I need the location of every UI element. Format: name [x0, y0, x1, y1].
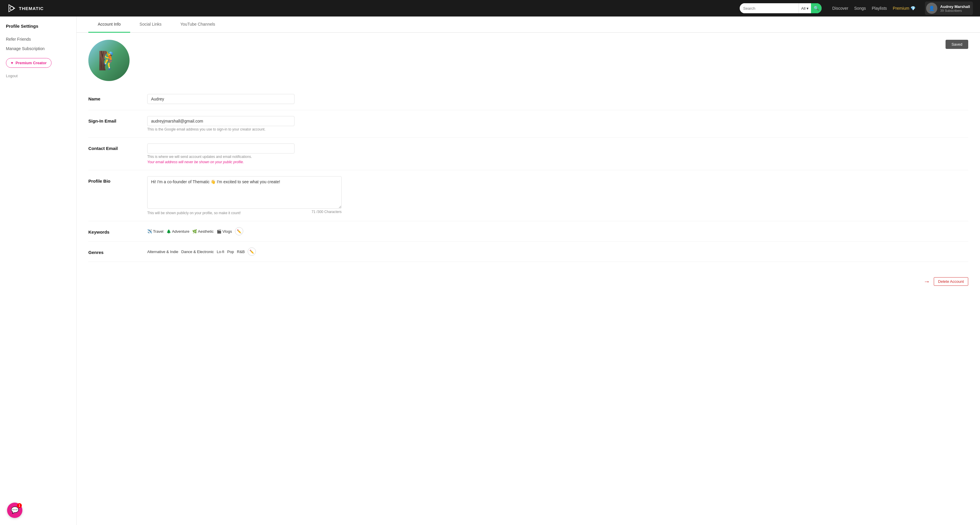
nav-playlists[interactable]: Playlists	[872, 6, 887, 11]
signin-email-row: Sign-In Email This is the Google email a…	[88, 110, 968, 137]
delete-account-button[interactable]: Delete Account	[934, 277, 968, 286]
signin-email-label: Sign-In Email	[88, 116, 135, 123]
tabs: Account Info Social Links YouTube Channe…	[76, 16, 980, 33]
search-button[interactable]: 🔍	[811, 3, 822, 13]
genres-edit-button[interactable]: ✏️	[248, 247, 256, 256]
char-count: 71 /300 Characters	[312, 210, 342, 215]
search-icon: 🔍	[814, 6, 819, 11]
profile-picture-area[interactable]: 🧗	[88, 40, 968, 81]
profile-bio-field-area: Hi! I'm a co-founder of Thematic 👋 I'm e…	[147, 176, 968, 215]
keywords-edit-button[interactable]: ✏️	[235, 227, 243, 235]
name-input[interactable]	[147, 94, 294, 104]
genres-tags-container: Alternative & IndieDance & ElectronicLo-…	[147, 247, 968, 256]
chevron-down-icon: ▾	[807, 6, 809, 11]
logout-link[interactable]: Logout	[6, 73, 70, 78]
logo-text: THEMATIC	[19, 6, 44, 11]
logo-icon	[7, 3, 16, 13]
genre-tag: R&B	[237, 249, 245, 254]
nav-songs[interactable]: Songs	[854, 6, 866, 11]
signin-email-hint: This is the Google email address you use…	[147, 127, 968, 131]
profile-bio-textarea[interactable]: Hi! I'm a co-founder of Thematic 👋 I'm e…	[147, 176, 342, 209]
keyword-tag: ✈️ Travel	[147, 229, 164, 234]
profile-bio-label: Profile Bio	[88, 176, 135, 184]
keywords-label: Keywords	[88, 227, 135, 235]
genre-tag: Lo-fi	[217, 249, 224, 254]
profile-avatar: 🧗	[88, 40, 130, 81]
contact-email-field-area: This is where we will send account updat…	[147, 144, 968, 164]
header: THEMATIC All ▾ 🔍 Discover Songs Playlist…	[0, 0, 980, 16]
keyword-tag: 🎬 Vlogs	[217, 229, 232, 234]
user-subscribers: 39 Subscribers	[940, 9, 970, 13]
user-info: Audrey Marshall 39 Subscribers	[940, 5, 970, 13]
name-field-area	[147, 94, 968, 104]
avatar: 👤	[926, 3, 937, 14]
sidebar-item-manage-subscription[interactable]: Manage Subscription	[6, 44, 70, 53]
keywords-field-area: ✈️ Travel🌲 Adventure🌿 Aesthetic🎬 Vlogs✏️	[147, 227, 968, 235]
chat-icon: 💬	[11, 506, 19, 514]
sidebar-item-refer-friends[interactable]: Refer Friends	[6, 35, 70, 44]
search-container: All ▾ 🔍	[740, 3, 822, 13]
signin-email-field-area: This is the Google email address you use…	[147, 116, 968, 131]
gem-icon: 💎	[910, 6, 915, 11]
logo[interactable]: THEMATIC	[7, 3, 44, 13]
chat-badge: 1	[17, 503, 22, 508]
search-input[interactable]	[740, 3, 799, 13]
sidebar-title: Profile Settings	[6, 24, 70, 29]
form-content: Saved 🧗 Name Sign-In Email This is the G…	[76, 33, 980, 269]
delete-area: → Delete Account	[76, 269, 980, 294]
name-label: Name	[88, 94, 135, 101]
contact-email-label: Contact Email	[88, 144, 135, 151]
keyword-tag: 🌲 Adventure	[166, 229, 189, 234]
genres-field-area: Alternative & IndieDance & ElectronicLo-…	[147, 247, 968, 256]
contact-email-privacy-note: Your email address will never be shown o…	[147, 160, 968, 164]
name-row: Name	[88, 88, 968, 110]
signin-email-input[interactable]	[147, 116, 294, 126]
keywords-row: Keywords ✈️ Travel🌲 Adventure🌿 Aesthetic…	[88, 221, 968, 242]
user-badge[interactable]: 👤 Audrey Marshall 39 Subscribers	[925, 2, 973, 15]
nav-premium[interactable]: Premium 💎	[893, 6, 915, 11]
content-area: Account Info Social Links YouTube Channe…	[76, 16, 980, 525]
delete-arrow-icon: →	[924, 278, 930, 286]
contact-email-input[interactable]	[147, 144, 294, 153]
genre-tag: Alternative & Indie	[147, 249, 178, 254]
nav-discover[interactable]: Discover	[832, 6, 848, 11]
search-filter-label: All	[801, 6, 805, 11]
sidebar: Profile Settings Refer Friends Manage Su…	[0, 16, 76, 525]
genres-row: Genres Alternative & IndieDance & Electr…	[88, 242, 968, 262]
svg-point-2	[10, 6, 14, 10]
genre-tag: Dance & Electronic	[181, 249, 214, 254]
search-filter-dropdown[interactable]: All ▾	[799, 3, 811, 13]
contact-email-row: Contact Email This is where we will send…	[88, 137, 968, 170]
contact-email-hint: This is where we will send account updat…	[147, 155, 968, 159]
profile-bio-row: Profile Bio Hi! I'm a co-founder of Them…	[88, 170, 968, 221]
tab-account-info[interactable]: Account Info	[88, 16, 130, 33]
genre-tag: Pop	[227, 249, 234, 254]
user-name: Audrey Marshall	[940, 5, 970, 9]
main-nav: Discover Songs Playlists Premium 💎	[832, 6, 915, 11]
premium-creator-button[interactable]: ♥ Premium Creator	[6, 58, 51, 68]
tab-youtube-channels[interactable]: YouTube Channels	[171, 16, 225, 33]
heart-icon: ♥	[11, 61, 13, 65]
tab-social-links[interactable]: Social Links	[130, 16, 171, 33]
saved-button[interactable]: Saved	[945, 40, 968, 49]
main-layout: Profile Settings Refer Friends Manage Su…	[0, 16, 980, 525]
profile-bio-hint: This will be shown publicly on your prof…	[147, 211, 240, 215]
keyword-tag: 🌿 Aesthetic	[192, 229, 213, 234]
genres-label: Genres	[88, 247, 135, 255]
chat-bubble[interactable]: 💬 1	[7, 503, 22, 518]
keywords-tags-container: ✈️ Travel🌲 Adventure🌿 Aesthetic🎬 Vlogs✏️	[147, 227, 968, 235]
